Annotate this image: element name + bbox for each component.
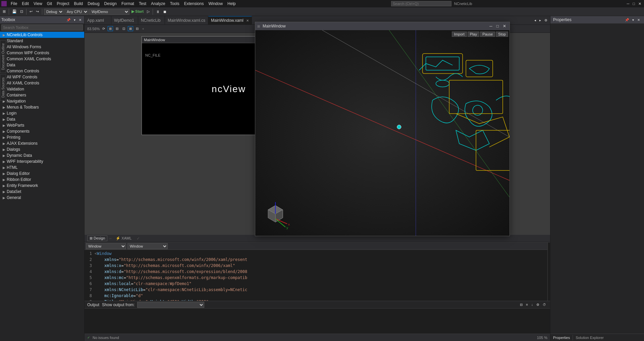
toolbox-item-data2[interactable]: ▶ Data [0,116,84,122]
toolbox-item-dialogeditor[interactable]: ▶ Dialog Editor [0,170,84,177]
close-button[interactable]: ✕ [637,1,643,7]
menu-file[interactable]: File [9,1,19,7]
toolbox-item-wpfinterop[interactable]: ▶ WPF Interoperability [0,158,84,164]
start-button[interactable]: ▶ Start [130,9,145,14]
menu-git[interactable]: Git [45,1,54,7]
toolbox-search-input[interactable] [1,24,83,30]
toolbar-break[interactable]: ⏸ [155,9,161,14]
toolbox-item-ajax[interactable]: ▶ AJAX Extensions [0,140,84,146]
toolbox-close-button[interactable]: ✕ [77,17,83,22]
menu-edit[interactable]: Edit [20,1,31,7]
toolbox-item-general[interactable]: ▶ General [0,195,84,201]
floating-stop-button[interactable]: Stop [496,31,508,37]
toolbox-item-ribboneditor[interactable]: ▶ Ribbon Editor [0,177,84,183]
toolbox-item-dialogs[interactable]: ▶ Dialogs [0,146,84,152]
tab-ncneticlib[interactable]: NCneticLib [138,16,165,25]
3d-view[interactable]: x y [255,30,509,236]
code-member-select[interactable]: Window [127,243,168,249]
toolbox-item-data1[interactable]: ▶ Data [0,62,84,68]
menu-tools[interactable]: Tools [168,1,181,7]
menu-project[interactable]: Project [55,1,71,7]
toolbox-item-standard[interactable]: ▶ Standard [0,38,84,44]
floating-close-button[interactable]: ✕ [501,24,507,28]
output-clear-button[interactable]: ⊟ [519,302,524,307]
design-view-button[interactable]: ⊞ Design [87,235,107,241]
zoom-extra-button[interactable]: ⊟ [135,26,140,31]
toolbox-item-ncneticlib[interactable]: ▶ NCneticLib Controls [0,32,84,38]
project-select[interactable]: WpfDemo [89,9,129,15]
menu-extensions[interactable]: Extensions [182,1,206,7]
toolbox-item-printing[interactable]: ▶ Printing [0,134,84,140]
toolbar-save[interactable]: 💾 [11,9,18,14]
toolbox-item-navigation[interactable]: ▶ Navigation [0,98,84,104]
toolbox-item-components[interactable]: ▶ Components [0,128,84,134]
toolbox-item-dynamicdata[interactable]: ▶ Dynamic Data [0,152,84,158]
toolbox-item-dataset[interactable]: ▶ DataSet [0,189,84,195]
vtab-document-outline[interactable]: Document Outline [0,40,6,73]
platform-select[interactable]: Any CPU [64,9,89,15]
menu-search-input[interactable] [391,1,451,6]
zoom-arrange-button[interactable]: ⊠ [128,26,133,31]
floating-minimize-button[interactable]: ─ [488,24,494,28]
tab-wpfdemo1[interactable]: WpfDemo1 [111,16,138,25]
properties-tab[interactable]: Properties [550,335,573,340]
properties-close-button[interactable]: ✕ [636,17,641,22]
floating-restore-button[interactable]: □ [495,24,500,28]
xaml-view-button[interactable]: ⚡ XAML [113,235,134,241]
toolbox-item-commonxaml[interactable]: ▶ Common XAML Controls [0,56,84,62]
menu-test[interactable]: Test [137,1,148,7]
menu-view[interactable]: View [32,1,44,7]
toolbox-item-containers[interactable]: ▶ Containers [0,92,84,98]
tab-mainwindow-xaml[interactable]: MainWindow.xaml ✕ [208,16,252,25]
output-wrap-button[interactable]: ≡ [525,302,529,307]
toolbox-pin-button[interactable]: 📌 [65,17,72,22]
code-scope-select[interactable]: Window [86,243,126,249]
menu-debug[interactable]: Debug [86,1,101,7]
attach-button[interactable]: ▷ [146,9,151,14]
minimize-button[interactable]: ─ [626,1,631,7]
toolbox-item-menus[interactable]: ▶ Menus & Toolbars [0,104,84,110]
output-source-select[interactable] [137,302,204,308]
floating-pause-button[interactable]: Pause [480,31,495,37]
toolbox-item-allwpf[interactable]: ▶ All WPF Controls [0,74,84,80]
solution-explorer-tab[interactable]: Solution Explorer [573,335,606,340]
menu-build[interactable]: Build [72,1,85,7]
menu-design[interactable]: Design [102,1,119,7]
zoom-snap-button[interactable]: ⊡ [121,26,126,31]
tab-scroll-left[interactable]: ◂ [533,18,537,23]
tab-close-mainwindow-xaml[interactable]: ✕ [246,19,249,22]
menu-analyze[interactable]: Analyze [149,1,167,7]
zoom-reset-button[interactable]: ⟳ [101,26,106,31]
vtab-datasources[interactable]: Data Sources [0,74,6,101]
zoom-fit-button[interactable]: ⊞ [108,26,113,31]
debug-config-select[interactable]: Debug [44,9,64,15]
tab-settings[interactable]: ⚙ [543,18,549,23]
toolbox-item-commoncontrols[interactable]: ▶ Common Controls [0,68,84,74]
toolbar-saveall[interactable]: ⊡ [19,9,24,14]
menu-help[interactable]: Help [225,1,238,7]
toolbar-new[interactable]: ⊞ [1,9,7,14]
toolbox-item-allxaml[interactable]: ▶ All XAML Controls [0,80,84,86]
menu-window[interactable]: Window [206,1,225,7]
code-scrollbar[interactable] [547,243,550,301]
restore-button[interactable]: □ [631,1,636,7]
toolbox-item-commonwpf[interactable]: ▶ Common WPF Controls [0,50,84,56]
code-content[interactable]: 1 <Window 2 xmlns="http://schemas.micros… [85,250,547,301]
menu-format[interactable]: Format [119,1,136,7]
tab-mainwindow-cs[interactable]: MainWindow.xaml.cs [165,16,208,25]
toolbar-undo[interactable]: ↩ [28,9,34,14]
output-scroll-button[interactable]: ↓ [530,302,534,307]
toolbox-item-entityfw[interactable]: ▶ Entity Framework [0,183,84,189]
toolbox-item-webparts[interactable]: ▶ WebParts [0,122,84,128]
toolbar-stop[interactable]: ⏹ [162,9,168,14]
toolbox-item-html[interactable]: ▶ HTML [0,164,84,170]
properties-pin-button[interactable]: 📌 [624,17,630,22]
tab-appxaml[interactable]: App.xaml [85,16,111,25]
output-settings-button[interactable]: ⚙ [535,302,541,307]
toolbox-item-validation[interactable]: ▶ Validation [0,86,84,92]
properties-menu-button[interactable]: ▾ [631,17,635,22]
output-clock-button[interactable]: ⏱ [541,302,547,307]
floating-import-button[interactable]: Import [452,31,467,37]
zoom-grid-button[interactable]: ⊟ [114,26,120,31]
toolbox-item-login[interactable]: ▶ Login [0,110,84,116]
